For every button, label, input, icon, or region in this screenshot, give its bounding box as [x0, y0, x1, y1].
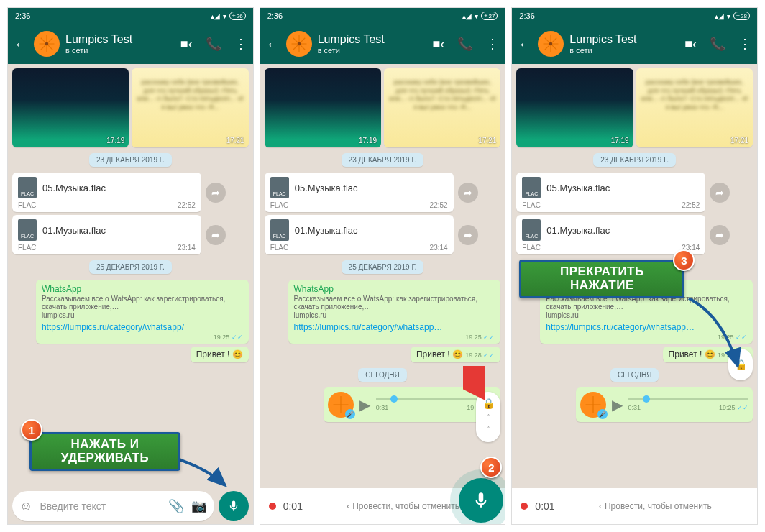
- playhead[interactable]: [643, 395, 650, 403]
- signal-icon: ▴◢: [211, 12, 220, 20]
- forward-icon[interactable]: ➦: [458, 225, 478, 245]
- play-icon[interactable]: ▶: [612, 396, 623, 413]
- mic-button[interactable]: [219, 491, 249, 521]
- input-placeholder: Введите текст: [40, 500, 160, 512]
- video-call-icon[interactable]: ■‹: [684, 37, 697, 52]
- file-message[interactable]: FLAC01.Музыка.flacFLAC23:14➦: [516, 215, 705, 254]
- status-time: 2:36: [15, 12, 30, 20]
- voice-avatar: 🎤: [328, 392, 354, 418]
- chevron-up-icon: ˄: [487, 426, 490, 434]
- play-icon[interactable]: ▶: [359, 396, 370, 413]
- callout-press-hold: НАЖАТЬ И УДЕРЖИВАТЬ: [29, 432, 180, 471]
- recording-bar: 0:01 ‹Провести, чтобы отменить: [512, 488, 757, 524]
- file-message[interactable]: FLAC05.Музыка.flacFLAC22:52➦: [265, 173, 454, 212]
- link-message[interactable]: WhatsApp Рассказываем все о WatsApp: как…: [36, 280, 249, 344]
- contact-name: Lumpics Test: [65, 33, 175, 46]
- menu-icon[interactable]: ⋮: [234, 36, 247, 52]
- date-separator: СЕГОДНЯ: [610, 368, 659, 382]
- date-separator: СЕГОДНЯ: [358, 368, 407, 382]
- svg-point-3: [297, 42, 301, 46]
- avatar[interactable]: [286, 31, 312, 57]
- step-badge-1: 1: [21, 419, 42, 441]
- message-input[interactable]: ☺ Введите текст 📎 📷: [12, 491, 214, 521]
- file-message[interactable]: FLAC05.Музыка.flacFLAC22:52➦: [516, 173, 705, 212]
- back-icon[interactable]: ←: [518, 36, 532, 52]
- phone-screenshot-2: 2:36 ▴◢▾+27 ← Lumpics Test в сети ■‹📞⋮ 1…: [260, 7, 506, 525]
- image-message[interactable]: 17:19: [12, 68, 129, 147]
- video-call-icon[interactable]: ■‹: [180, 37, 193, 52]
- recording-time: 0:01: [535, 500, 554, 512]
- image-message[interactable]: 17:19: [516, 68, 633, 147]
- recording-time: 0:01: [283, 500, 303, 512]
- wifi-icon: ▾: [727, 12, 730, 20]
- attach-icon[interactable]: 📎: [168, 498, 184, 514]
- forward-icon[interactable]: ➦: [710, 183, 730, 203]
- file-icon: FLAC: [18, 219, 37, 241]
- lock-slide-indicator: 🔒 ˄ ˄: [476, 392, 500, 442]
- file-message[interactable]: FLAC01.Музыка.flac FLAC23:14 ➦: [12, 215, 201, 254]
- recording-indicator-icon: [521, 503, 528, 510]
- callout-release: ПРЕКРАТИТЬ НАЖАТИЕ: [519, 260, 684, 298]
- menu-icon[interactable]: ⋮: [738, 36, 751, 52]
- voice-message[interactable]: 🎤 ▶ 0:3119:25 ✓✓: [324, 387, 501, 422]
- recording-indicator-icon: [269, 503, 276, 510]
- slide-to-cancel[interactable]: ‹Провести, чтобы отменить: [562, 501, 748, 511]
- back-icon[interactable]: ←: [14, 36, 28, 52]
- back-icon[interactable]: ←: [266, 36, 280, 52]
- phone-screenshot-3: 2:36 ▴◢▾+28 ← Lumpics Test в сети ■‹📞⋮ 1…: [511, 7, 758, 525]
- chat-area[interactable]: 17:19 расскажу себе (вне трезвейших, для…: [260, 64, 505, 488]
- date-separator: 25 ДЕКАБРЯ 2019 Г.: [342, 260, 424, 274]
- forward-icon[interactable]: ➦: [206, 183, 226, 203]
- link-message[interactable]: WhatsApp Рассказываем все о WatsApp: как…: [288, 280, 501, 344]
- lock-indicator[interactable]: 🔒: [728, 349, 753, 380]
- svg-point-7: [549, 42, 553, 46]
- lock-icon: 🔒: [735, 359, 747, 370]
- chat-header: ← Lumpics Test в сети ■‹📞⋮: [260, 24, 505, 64]
- file-message[interactable]: FLAC05.Музыка.flac FLAC22:52 ➦: [12, 173, 201, 212]
- mic-badge-icon: 🎤: [345, 409, 355, 419]
- date-separator: 23 ДЕКАБРЯ 2019 Г.: [342, 153, 424, 167]
- image-message[interactable]: 17:19: [265, 68, 381, 147]
- image-message[interactable]: расскажу себе (вне трезвейших, для что л…: [636, 68, 753, 147]
- camera-icon[interactable]: 📷: [191, 498, 207, 514]
- voice-call-icon[interactable]: 📞: [457, 36, 473, 52]
- image-message[interactable]: расскажу себе (вне трезвейших, для что л…: [384, 68, 500, 147]
- contact-status: в сети: [65, 46, 175, 55]
- voice-message[interactable]: 🎤 ▶ 0:3119:25 ✓✓: [576, 387, 753, 422]
- text-message[interactable]: Привет ! 😊: [191, 347, 249, 362]
- forward-icon[interactable]: ➦: [710, 225, 730, 245]
- voice-call-icon[interactable]: 📞: [710, 36, 725, 52]
- battery-indicator: +28: [733, 12, 750, 20]
- status-time: 2:36: [519, 12, 534, 20]
- contact-info[interactable]: Lumpics Test в сети: [569, 33, 679, 55]
- status-bar: 2:36 ▴◢▾+27: [260, 8, 505, 24]
- menu-icon[interactable]: ⋮: [486, 36, 499, 52]
- signal-icon: ▴◢: [462, 12, 472, 20]
- battery-indicator: +27: [481, 12, 498, 20]
- emoji-icon[interactable]: ☺: [19, 499, 32, 514]
- forward-icon[interactable]: ➦: [206, 225, 226, 245]
- signal-icon: ▴◢: [715, 12, 724, 20]
- svg-point-1: [45, 42, 49, 46]
- playhead[interactable]: [390, 395, 398, 403]
- video-call-icon[interactable]: ■‹: [432, 37, 444, 52]
- mic-button-active[interactable]: [459, 478, 503, 523]
- chevron-up-icon: ˄: [487, 413, 490, 421]
- chat-area[interactable]: 17:19 расскажу себе (вне трезвейших, для…: [8, 64, 253, 488]
- avatar[interactable]: [538, 31, 564, 57]
- file-message[interactable]: FLAC01.Музыка.flacFLAC23:14➦: [265, 215, 454, 254]
- voice-call-icon[interactable]: 📞: [206, 36, 221, 52]
- status-bar: 2:36 ▴◢▾+28: [512, 8, 757, 24]
- avatar[interactable]: [34, 31, 60, 57]
- contact-info[interactable]: Lumpics Test в сети: [318, 33, 427, 55]
- status-time: 2:36: [267, 12, 283, 20]
- image-message[interactable]: расскажу себе (вне трезвейших, для что л…: [132, 68, 248, 147]
- voice-avatar: 🎤: [580, 392, 606, 418]
- contact-info[interactable]: Lumpics Test в сети: [65, 33, 175, 55]
- chat-header: ← Lumpics Test в сети ■‹📞⋮: [512, 24, 757, 64]
- date-separator: 23 ДЕКАБРЯ 2019 Г.: [593, 153, 676, 167]
- read-ticks-icon: ✓✓: [232, 334, 243, 341]
- text-message[interactable]: Привет ! 😊 19:28 ✓✓: [411, 347, 500, 362]
- forward-icon[interactable]: ➦: [458, 183, 478, 203]
- mic-badge-icon: 🎤: [597, 409, 608, 419]
